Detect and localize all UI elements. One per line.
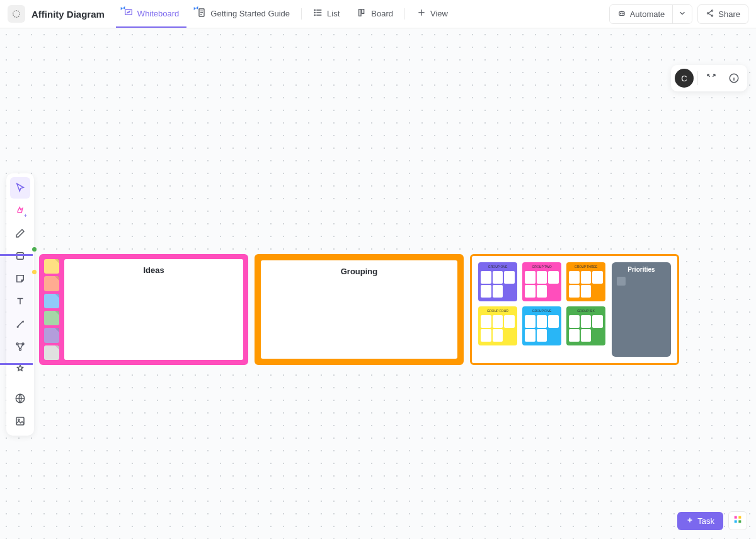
priorities-panel[interactable]: Priorities bbox=[612, 262, 671, 357]
tab-whiteboard-label: Whiteboard bbox=[137, 9, 179, 18]
color-indicator bbox=[32, 247, 37, 252]
automate-button[interactable]: Automate bbox=[610, 5, 673, 23]
plus-icon bbox=[686, 516, 694, 526]
sticky-palette bbox=[44, 259, 60, 360]
plus-icon bbox=[416, 8, 427, 20]
separator bbox=[404, 8, 405, 20]
canvas-controls: C bbox=[671, 65, 747, 91]
svg-rect-19 bbox=[16, 417, 24, 425]
tab-guide-label: Getting Started Guide bbox=[210, 9, 290, 18]
sticky-swatch[interactable] bbox=[44, 276, 59, 291]
list-icon bbox=[313, 8, 323, 20]
group-card[interactable]: GROUP SIX bbox=[566, 306, 605, 345]
task-label: Task bbox=[697, 516, 714, 526]
diagram-content: Ideas Grouping GROUP ONEGROUP TWOGROUP T… bbox=[0, 254, 679, 365]
board-icon bbox=[357, 8, 367, 20]
apps-button[interactable] bbox=[728, 511, 747, 530]
sticky-swatch[interactable] bbox=[44, 345, 59, 360]
svg-point-10 bbox=[622, 13, 623, 14]
svg-point-9 bbox=[620, 13, 621, 14]
svg-rect-23 bbox=[738, 516, 741, 519]
image-tool[interactable] bbox=[10, 410, 30, 432]
svg-point-12 bbox=[707, 12, 709, 13]
add-view-button[interactable]: View bbox=[409, 0, 455, 28]
group-card-title: GROUP FIVE bbox=[525, 309, 559, 314]
svg-point-11 bbox=[712, 9, 713, 11]
create-task-button[interactable]: Task bbox=[677, 512, 723, 530]
group-card[interactable]: GROUP FOUR bbox=[478, 306, 517, 345]
grouping-area[interactable]: Grouping bbox=[261, 260, 457, 359]
group-card[interactable]: GROUP THREE bbox=[566, 262, 605, 301]
sticky-swatch[interactable] bbox=[44, 259, 59, 274]
summary-frame[interactable]: GROUP ONEGROUP TWOGROUP THREEGROUP FOURG… bbox=[470, 254, 679, 365]
svg-rect-24 bbox=[735, 520, 737, 523]
robot-icon bbox=[617, 9, 626, 20]
document-icon bbox=[197, 8, 207, 20]
group-card[interactable]: GROUP TWO bbox=[522, 262, 561, 301]
chevron-down-icon bbox=[678, 9, 687, 20]
svg-point-4 bbox=[314, 12, 315, 13]
tab-guide[interactable]: Getting Started Guide bbox=[189, 0, 297, 28]
group-card-title: GROUP FOUR bbox=[481, 309, 515, 314]
add-view-label: View bbox=[430, 9, 448, 18]
color-indicator bbox=[32, 224, 37, 229]
svg-rect-25 bbox=[738, 520, 741, 523]
ideas-frame[interactable]: Ideas bbox=[39, 254, 248, 365]
ai-tool[interactable]: + bbox=[10, 200, 30, 221]
group-cards: GROUP ONEGROUP TWOGROUP THREEGROUP FOURG… bbox=[478, 262, 605, 357]
group-card-title: GROUP ONE bbox=[481, 265, 515, 270]
tab-board[interactable]: Board bbox=[350, 0, 401, 28]
grouping-label: Grouping bbox=[341, 267, 378, 359]
share-icon bbox=[706, 9, 714, 20]
select-tool[interactable] bbox=[10, 177, 30, 199]
tab-list[interactable]: List bbox=[306, 0, 347, 28]
page-title: Affinity Diagram bbox=[32, 9, 105, 20]
group-card-title: GROUP TWO bbox=[525, 265, 559, 270]
tab-board-label: Board bbox=[371, 9, 393, 18]
automate-label: Automate bbox=[630, 9, 665, 19]
sticky-swatch[interactable] bbox=[44, 311, 59, 325]
priorities-label: Priorities bbox=[614, 266, 668, 273]
group-card[interactable]: GROUP FIVE bbox=[522, 306, 561, 345]
apps-icon bbox=[733, 514, 743, 527]
whiteboard-canvas[interactable]: + C Ideas Grouping GROUP ONEGROUP TWOGRO… bbox=[0, 28, 756, 539]
workspace-icon[interactable] bbox=[8, 5, 25, 23]
ideas-area[interactable]: Ideas bbox=[64, 259, 243, 360]
svg-point-0 bbox=[13, 11, 20, 18]
priority-item[interactable] bbox=[617, 277, 626, 286]
grouping-frame[interactable]: Grouping bbox=[255, 254, 464, 365]
whiteboard-icon bbox=[123, 8, 134, 20]
fit-button[interactable] bbox=[702, 69, 721, 88]
svg-rect-6 bbox=[359, 9, 361, 16]
user-avatar[interactable]: C bbox=[675, 69, 694, 88]
svg-point-5 bbox=[314, 14, 315, 15]
svg-point-3 bbox=[314, 9, 315, 10]
automate-dropdown[interactable] bbox=[672, 5, 692, 23]
frame-edge[interactable] bbox=[0, 254, 33, 365]
share-button[interactable]: Share bbox=[697, 4, 748, 24]
group-card-title: GROUP THREE bbox=[569, 265, 603, 270]
app-header: Affinity Diagram Whiteboard Getting Star… bbox=[0, 0, 756, 28]
tab-whiteboard[interactable]: Whiteboard bbox=[116, 0, 186, 28]
separator bbox=[301, 8, 302, 20]
header-right: Automate Share bbox=[609, 4, 748, 24]
svg-rect-7 bbox=[362, 9, 364, 13]
pen-tool[interactable] bbox=[10, 223, 30, 244]
group-card[interactable]: GROUP ONE bbox=[478, 262, 517, 301]
bottom-right-controls: Task bbox=[677, 511, 747, 530]
separator bbox=[697, 71, 698, 85]
sticky-swatch[interactable] bbox=[44, 294, 59, 308]
svg-point-20 bbox=[18, 419, 20, 420]
svg-point-13 bbox=[712, 14, 713, 16]
group-card-title: GROUP SIX bbox=[569, 309, 603, 314]
share-label: Share bbox=[718, 9, 740, 19]
sticky-swatch[interactable] bbox=[44, 328, 59, 342]
web-tool[interactable] bbox=[10, 388, 30, 409]
tab-list-label: List bbox=[327, 9, 340, 18]
info-button[interactable] bbox=[724, 69, 743, 88]
svg-rect-22 bbox=[735, 516, 737, 519]
ideas-label: Ideas bbox=[143, 265, 164, 360]
